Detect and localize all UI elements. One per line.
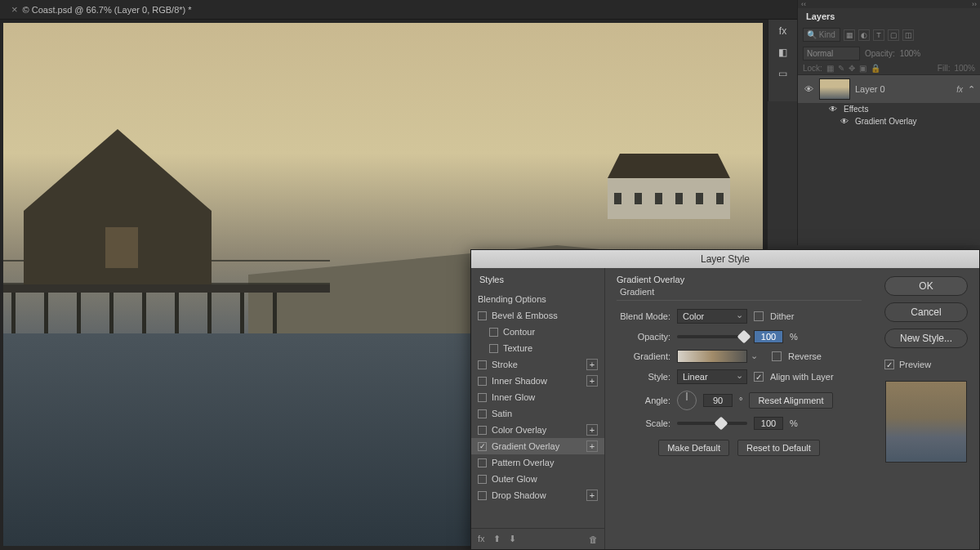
collapse-icon[interactable]: ‹‹ (801, 0, 806, 8)
reset-alignment-button[interactable]: Reset Alignment (749, 392, 832, 409)
filter-smart-icon[interactable]: ◫ (902, 29, 914, 41)
collapse-fx-icon[interactable]: ⌃ (968, 84, 975, 95)
visibility-icon[interactable]: 👁 (803, 84, 814, 94)
add-icon[interactable]: + (586, 375, 598, 387)
checkbox[interactable] (489, 328, 498, 337)
close-tab-icon[interactable]: × (11, 3, 18, 16)
drop-shadow-row[interactable]: Drop Shadow+ (471, 487, 604, 503)
inner-shadow-row[interactable]: Inner Shadow+ (471, 373, 604, 389)
document-tab[interactable]: × © Coast.psd @ 66.7% (Layer 0, RGB/8*) … (5, 3, 198, 16)
checkbox[interactable] (478, 409, 487, 418)
lock-move-icon[interactable]: ✥ (849, 64, 855, 73)
effects-row[interactable]: 👁 Effects (798, 103, 980, 115)
pattern-overlay-row[interactable]: Pattern Overlay (471, 454, 604, 471)
stroke-row[interactable]: Stroke+ (471, 356, 604, 373)
styles-list: Styles Blending Options Bevel & Emboss C… (471, 268, 605, 549)
opacity-value[interactable]: 100% (900, 49, 921, 58)
checkbox[interactable] (478, 311, 487, 320)
effect-gradient-overlay-row[interactable]: 👁 Gradient Overlay (798, 115, 980, 127)
checkbox[interactable] (478, 360, 487, 369)
checkbox[interactable] (478, 458, 487, 467)
styles-header[interactable]: Styles (471, 268, 604, 291)
reset-default-button[interactable]: Reset to Default (737, 440, 820, 456)
filter-type-icon[interactable]: T (873, 29, 884, 41)
blending-options-row[interactable]: Blending Options (471, 291, 604, 307)
checkbox[interactable] (478, 377, 487, 386)
lock-all-icon[interactable]: 🔒 (871, 64, 880, 73)
scale-slider[interactable] (677, 422, 747, 425)
section-subtitle: Gradient (617, 287, 862, 301)
add-icon[interactable]: + (586, 359, 598, 370)
texture-row[interactable]: Texture (471, 340, 604, 356)
properties-panel-icon[interactable]: ▭ (775, 67, 791, 80)
style-preview-swatch (885, 381, 967, 463)
filter-pixel-icon[interactable]: ▦ (844, 29, 855, 41)
style-label: Style: (617, 372, 670, 382)
fx-panel-icon[interactable]: fx (775, 25, 791, 38)
satin-row[interactable]: Satin (471, 405, 604, 422)
layer-name[interactable]: Layer 0 (855, 84, 951, 94)
lock-transparent-icon[interactable]: ▦ (826, 64, 834, 73)
lock-brush-icon[interactable]: ✎ (838, 64, 844, 73)
checkbox[interactable] (478, 426, 487, 435)
opacity-input[interactable]: 100 (754, 330, 783, 343)
gradient-label: Gradient: (617, 351, 670, 361)
cancel-button[interactable]: Cancel (884, 302, 968, 322)
trash-icon[interactable]: 🗑 (589, 534, 598, 544)
move-up-icon[interactable]: ⬆ (493, 534, 501, 544)
checkbox[interactable] (489, 344, 498, 353)
checkbox[interactable] (478, 491, 487, 500)
dialog-titlebar[interactable]: Layer Style (471, 250, 979, 268)
dialog-buttons: OK Cancel New Style... ✓ Preview (873, 268, 979, 549)
preview-label: Preview (899, 360, 931, 369)
lock-artboard-icon[interactable]: ▣ (859, 64, 866, 73)
fill-label: Fill: (938, 64, 951, 73)
dither-label: Dither (770, 311, 794, 321)
make-default-button[interactable]: Make Default (658, 440, 729, 456)
contour-row[interactable]: Contour (471, 324, 604, 340)
add-icon[interactable]: + (586, 424, 598, 436)
fx-menu-icon[interactable]: fx (478, 534, 485, 544)
checkbox[interactable]: ✓ (478, 442, 487, 451)
blend-mode-select[interactable]: Normal (803, 47, 860, 60)
checkbox[interactable] (478, 393, 487, 402)
layers-panel-title[interactable]: Layers (798, 8, 980, 25)
checkbox[interactable] (478, 475, 487, 484)
style-select[interactable]: Linear (677, 369, 747, 384)
layer-thumbnail[interactable] (819, 78, 850, 100)
blend-mode-select[interactable]: Color (677, 309, 747, 324)
dither-checkbox[interactable] (754, 311, 764, 321)
angle-input[interactable]: 90 (703, 394, 733, 407)
inner-glow-row[interactable]: Inner Glow (471, 389, 604, 405)
angle-dial[interactable] (677, 391, 697, 410)
filter-shape-icon[interactable]: ▢ (888, 29, 899, 41)
bevel-emboss-row[interactable]: Bevel & Emboss (471, 307, 604, 324)
panel-dock-icons: fx ◧ ▭ (768, 20, 797, 101)
add-icon[interactable]: + (586, 490, 598, 501)
preview-checkbox[interactable]: ✓ (884, 360, 894, 369)
scale-label: Scale: (617, 418, 670, 428)
panel-menu-icon[interactable]: ›› (972, 0, 977, 8)
layer-style-dialog: Layer Style Styles Blending Options Beve… (470, 249, 980, 550)
gradient-picker[interactable] (677, 350, 747, 363)
align-checkbox[interactable]: ✓ (754, 372, 764, 382)
visibility-icon[interactable]: 👁 (839, 117, 850, 126)
ok-button[interactable]: OK (884, 276, 968, 296)
layer-filter-kind[interactable]: 🔍 Kind (803, 28, 840, 42)
scale-input[interactable]: 100 (754, 417, 783, 430)
reverse-checkbox[interactable] (772, 351, 782, 361)
add-icon[interactable]: + (586, 440, 598, 452)
opacity-slider[interactable] (677, 335, 747, 338)
adjustments-panel-icon[interactable]: ◧ (775, 46, 791, 59)
layer-fx-badge[interactable]: fx (956, 85, 963, 94)
outer-glow-row[interactable]: Outer Glow (471, 471, 604, 487)
fill-value[interactable]: 100% (954, 64, 975, 73)
blend-mode-label: Blend Mode: (617, 311, 670, 321)
new-style-button[interactable]: New Style... (884, 329, 968, 348)
color-overlay-row[interactable]: Color Overlay+ (471, 422, 604, 438)
gradient-overlay-row[interactable]: ✓Gradient Overlay+ (471, 438, 604, 454)
move-down-icon[interactable]: ⬇ (509, 534, 516, 544)
layer-row[interactable]: 👁 Layer 0 fx ⌃ (798, 74, 980, 103)
visibility-icon[interactable]: 👁 (827, 105, 839, 114)
filter-adjust-icon[interactable]: ◐ (858, 29, 870, 41)
